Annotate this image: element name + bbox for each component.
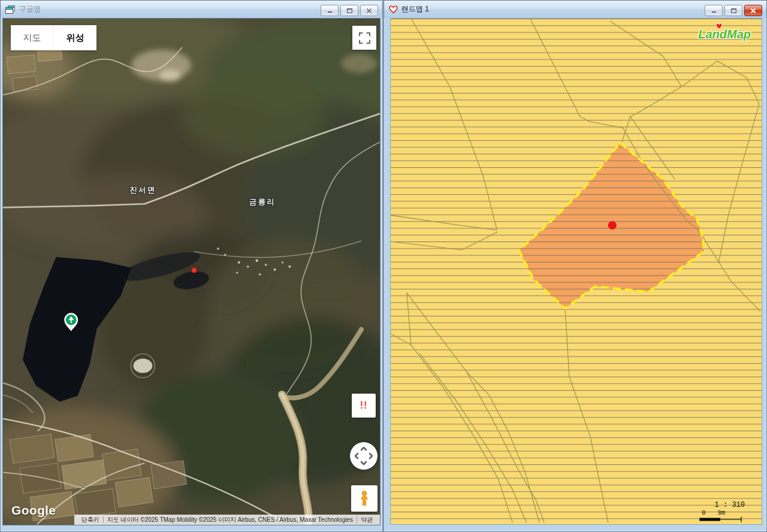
pegman-button[interactable]: [351, 485, 378, 512]
map-scale: 1 : 310 0 3m: [698, 501, 746, 522]
cadastral-map-canvas[interactable]: LandMap 1 : 310 0 3m: [390, 18, 762, 525]
close-icon: [750, 8, 756, 14]
scale-zero-label: 0: [702, 509, 706, 516]
fullscreen-button[interactable]: [352, 26, 376, 50]
parcel-center-dot: [608, 221, 617, 229]
hatch-lines: [391, 19, 762, 524]
landmap-heart-icon: [715, 23, 723, 30]
google-map-window: 구글맵: [0, 0, 383, 532]
satellite-imagery: 진서면 금릉리: [3, 19, 380, 525]
terms-link[interactable]: 약관: [357, 516, 376, 524]
landmap-logo: LandMap: [698, 28, 751, 41]
landmap-window: 랜드맵 1: [384, 0, 767, 532]
map-attribution-bar: 단축키 지도 데이터 ©2025 TMap Mobility ©2025 이미지…: [74, 515, 380, 525]
place-label-ri: 금릉리: [249, 198, 276, 206]
app-window-icon: [5, 5, 16, 14]
minimize-icon: [327, 8, 333, 13]
pan-control[interactable]: [350, 442, 378, 470]
maximize-button[interactable]: [340, 5, 358, 16]
scale-ratio: 1 : 310: [698, 501, 746, 509]
map-view-button[interactable]: 지도: [11, 25, 53, 50]
desktop: 구글맵: [0, 0, 767, 532]
cadastral-map: [391, 19, 762, 524]
map-type-control: 지도 위성: [11, 25, 96, 50]
close-button[interactable]: [744, 5, 762, 16]
fullscreen-icon: [359, 32, 370, 44]
map-data-credit: 지도 데이터 ©2025 TMap Mobility ©2025 이미지 Air…: [104, 516, 357, 524]
window-title: 구글맵: [19, 4, 41, 14]
red-location-marker[interactable]: [192, 268, 197, 273]
minimize-icon: [711, 8, 717, 13]
landmap-titlebar[interactable]: 랜드맵 1: [384, 1, 766, 18]
minimize-button[interactable]: [705, 5, 723, 16]
landmap-logo-text: LandMap: [698, 28, 751, 41]
minimize-button[interactable]: [321, 5, 339, 16]
close-button[interactable]: [360, 5, 378, 16]
pan-arrows-icon: [350, 442, 378, 470]
scale-bar: [698, 516, 744, 522]
satellite-view-button[interactable]: 위성: [53, 25, 96, 50]
heart-app-icon: [389, 5, 398, 14]
google-logo[interactable]: Google: [11, 503, 56, 518]
pegman-icon: [357, 489, 372, 507]
scale-distance-label: 3m: [717, 509, 725, 516]
alert-button[interactable]: !!: [352, 394, 376, 418]
maximize-button[interactable]: [724, 5, 742, 16]
google-map-canvas[interactable]: 진서면 금릉리 지도 위성: [2, 18, 381, 525]
place-label-myeon: 진서면: [129, 186, 156, 194]
close-icon: [366, 8, 372, 14]
maximize-icon: [346, 8, 353, 14]
window-title: 랜드맵 1: [401, 4, 429, 14]
google-map-titlebar[interactable]: 구글맵: [1, 1, 382, 18]
maximize-icon: [730, 8, 737, 14]
shortcuts-link[interactable]: 단축키: [78, 516, 103, 524]
